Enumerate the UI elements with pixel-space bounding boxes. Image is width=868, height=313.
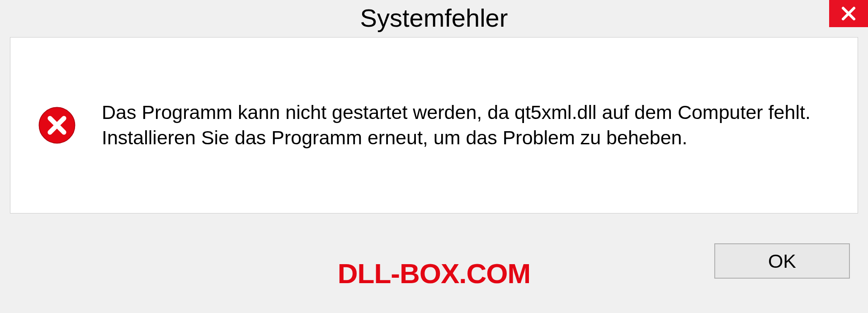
error-dialog: Systemfehler Das Programm kann nicht ges… — [0, 0, 868, 313]
error-icon — [38, 106, 76, 145]
close-icon — [840, 5, 857, 22]
error-message: Das Programm kann nicht gestartet werden… — [102, 100, 830, 151]
close-button[interactable] — [829, 0, 868, 27]
title-bar: Systemfehler — [0, 0, 868, 35]
ok-button[interactable]: OK — [714, 243, 850, 279]
watermark-text: DLL-BOX.COM — [338, 257, 530, 289]
footer: DLL-BOX.COM OK — [0, 227, 868, 313]
dialog-title: Systemfehler — [360, 3, 508, 33]
content-area: Das Programm kann nicht gestartet werden… — [10, 37, 858, 213]
